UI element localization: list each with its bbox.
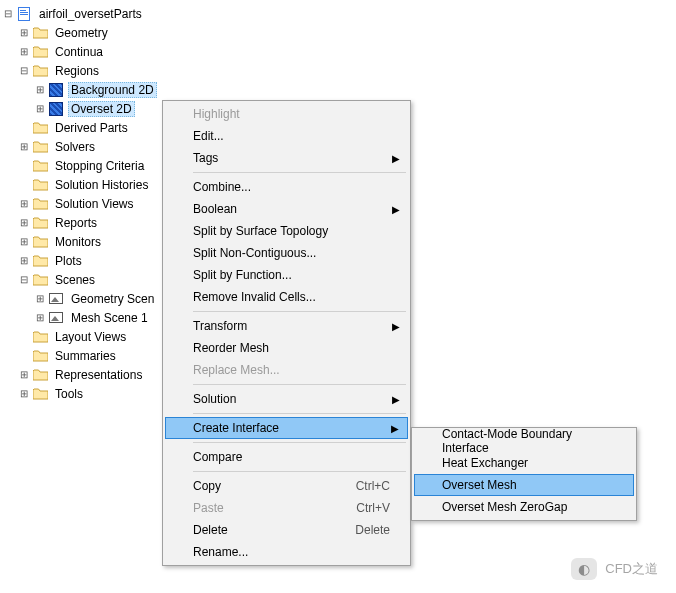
menu-item[interactable]: Overset Mesh: [414, 474, 634, 496]
menu-item[interactable]: Split Non-Contiguous...: [165, 242, 408, 264]
document-icon: [16, 6, 32, 22]
tree-item-label: Scenes: [52, 272, 98, 288]
folder-icon: [32, 44, 48, 60]
collapse-icon[interactable]: ⊟: [18, 65, 30, 77]
folder-icon: [32, 253, 48, 269]
menu-item-label: Transform: [193, 319, 247, 333]
tree-item-label: Reports: [52, 215, 100, 231]
expand-icon[interactable]: ⊞: [34, 84, 46, 96]
expand-icon[interactable]: ⊞: [34, 312, 46, 324]
folder-icon: [32, 329, 48, 345]
menu-item-label: Copy: [193, 479, 221, 493]
menu-item-label: Delete: [193, 523, 228, 537]
menu-item[interactable]: Overset Mesh ZeroGap: [414, 496, 634, 518]
expand-icon[interactable]: ⊞: [34, 103, 46, 115]
menu-item[interactable]: Tags▶: [165, 147, 408, 169]
menu-item-label: Heat Exchanger: [442, 456, 528, 470]
menu-separator: [193, 413, 406, 414]
tree-item-label: Background 2D: [68, 82, 157, 98]
menu-item[interactable]: Remove Invalid Cells...: [165, 286, 408, 308]
menu-item[interactable]: Split by Surface Topology: [165, 220, 408, 242]
chevron-right-icon: ▶: [391, 423, 399, 434]
menu-item-label: Contact-Mode Boundary Interface: [442, 427, 612, 455]
menu-item[interactable]: Reorder Mesh: [165, 337, 408, 359]
menu-item-label: Create Interface: [193, 421, 279, 435]
tree-item-label: Stopping Criteria: [52, 158, 147, 174]
menu-item[interactable]: Split by Function...: [165, 264, 408, 286]
menu-item-label: Remove Invalid Cells...: [193, 290, 316, 304]
folder-icon: [32, 367, 48, 383]
folder-icon: [32, 177, 48, 193]
expand-icon[interactable]: ⊞: [18, 27, 30, 39]
expand-icon[interactable]: ⊞: [18, 198, 30, 210]
folder-icon: [32, 215, 48, 231]
menu-item[interactable]: Edit...: [165, 125, 408, 147]
chevron-right-icon: ▶: [392, 204, 400, 215]
menu-item[interactable]: Solution▶: [165, 388, 408, 410]
tree-item-label: Representations: [52, 367, 145, 383]
folder-icon: [32, 63, 48, 79]
menu-item-label: Highlight: [193, 107, 240, 121]
tree-item-label: Continua: [52, 44, 106, 60]
expand-icon[interactable]: ⊞: [18, 46, 30, 58]
menu-item[interactable]: CopyCtrl+C: [165, 475, 408, 497]
expand-icon[interactable]: ⊞: [18, 217, 30, 229]
menu-item-label: Split by Function...: [193, 268, 292, 282]
menu-item-label: Solution: [193, 392, 236, 406]
expand-icon[interactable]: ⊞: [18, 255, 30, 267]
tree-item-label: Regions: [52, 63, 102, 79]
tree-item[interactable]: ⊞Background 2D: [0, 80, 676, 99]
menu-item: Replace Mesh...: [165, 359, 408, 381]
wechat-icon: ◐: [571, 558, 597, 580]
tree-item-label: Geometry Scen: [68, 291, 157, 307]
folder-icon: [32, 25, 48, 41]
expand-icon[interactable]: ⊞: [18, 369, 30, 381]
svg-rect-1: [20, 10, 26, 11]
folder-icon: [32, 139, 48, 155]
expand-icon[interactable]: ⊞: [18, 388, 30, 400]
svg-rect-3: [20, 14, 28, 15]
menu-item: Highlight: [165, 103, 408, 125]
folder-icon: [32, 234, 48, 250]
menu-item[interactable]: Contact-Mode Boundary Interface: [414, 430, 634, 452]
chevron-right-icon: ▶: [392, 394, 400, 405]
chevron-right-icon: ▶: [392, 153, 400, 164]
folder-icon: [32, 120, 48, 136]
menu-separator: [193, 471, 406, 472]
tree-root[interactable]: ⊟ airfoil_oversetParts: [0, 4, 676, 23]
watermark: ◐ CFD之道: [571, 558, 658, 580]
folder-icon: [32, 272, 48, 288]
menu-item-label: Combine...: [193, 180, 251, 194]
expand-icon[interactable]: ⊞: [34, 293, 46, 305]
menu-item[interactable]: Boolean▶: [165, 198, 408, 220]
menu-item[interactable]: Combine...: [165, 176, 408, 198]
folder-icon: [32, 348, 48, 364]
tree-item[interactable]: ⊞Continua: [0, 42, 676, 61]
tree-item-label: Mesh Scene 1: [68, 310, 151, 326]
menu-item-label: Replace Mesh...: [193, 363, 280, 377]
watermark-text: CFD之道: [605, 560, 658, 578]
menu-item[interactable]: DeleteDelete: [165, 519, 408, 541]
tree-item-label: Overset 2D: [68, 101, 135, 117]
expand-icon[interactable]: ⊞: [18, 141, 30, 153]
context-menu[interactable]: HighlightEdit...Tags▶Combine...Boolean▶S…: [162, 100, 411, 566]
menu-item[interactable]: Compare: [165, 446, 408, 468]
create-interface-submenu[interactable]: Contact-Mode Boundary InterfaceHeat Exch…: [411, 427, 637, 521]
expand-icon[interactable]: ⊞: [18, 236, 30, 248]
scene-icon: [48, 291, 64, 307]
menu-item[interactable]: Heat Exchanger: [414, 452, 634, 474]
tree-root-label: airfoil_oversetParts: [36, 6, 145, 22]
menu-separator: [193, 311, 406, 312]
menu-item[interactable]: Create Interface▶: [165, 417, 408, 439]
tree-item-label: Plots: [52, 253, 85, 269]
tree-item-label: Summaries: [52, 348, 119, 364]
collapse-icon[interactable]: ⊟: [18, 274, 30, 286]
tree-item[interactable]: ⊞Geometry: [0, 23, 676, 42]
menu-item[interactable]: Transform▶: [165, 315, 408, 337]
tree-item-label: Solution Views: [52, 196, 137, 212]
menu-item-label: Overset Mesh ZeroGap: [442, 500, 567, 514]
collapse-icon[interactable]: ⊟: [2, 8, 14, 20]
tree-item[interactable]: ⊟Regions: [0, 61, 676, 80]
menu-item[interactable]: Rename...: [165, 541, 408, 563]
tree-item-label: Tools: [52, 386, 86, 402]
